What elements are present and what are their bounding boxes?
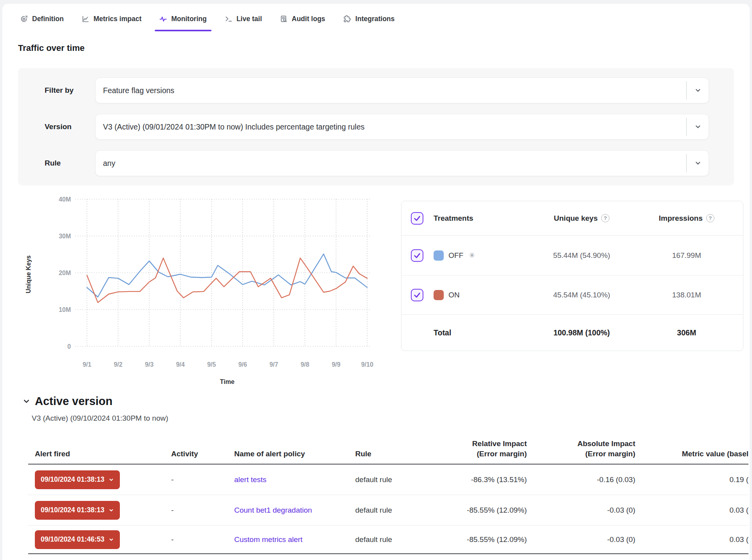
- filter-row-version: Version V3 (Active) (09/01/2024 01:30PM …: [45, 114, 709, 140]
- col-activity: Activity: [171, 449, 234, 459]
- unique-keys-help-icon[interactable]: ?: [601, 214, 609, 222]
- filter-panel: Filter by Feature flag versions Version …: [18, 68, 734, 185]
- rule-select[interactable]: any: [95, 150, 709, 176]
- chevron-down-icon: [108, 508, 114, 513]
- svg-text:9/7: 9/7: [269, 361, 278, 368]
- line-chart-icon: [82, 15, 89, 23]
- svg-text:9/2: 9/2: [114, 361, 122, 368]
- alerts-table: Alert fired Activity Name of alert polic…: [28, 429, 748, 554]
- alert-fired-button[interactable]: 09/10/2024 01:38:13: [35, 470, 120, 489]
- active-version-title: Active version: [35, 395, 112, 408]
- on-unique-keys: 45.54M (45.10%): [524, 291, 640, 299]
- absolute-impact-value: -0.16 (0.03): [527, 475, 635, 484]
- svg-text:10M: 10M: [59, 306, 71, 313]
- tab-live-tail[interactable]: Live tail: [225, 4, 262, 34]
- puzzle-icon: [343, 15, 351, 23]
- alert-row: 09/10/2024 01:46:53 - Custom metrics ale…: [28, 526, 748, 554]
- active-version-heading: Active version: [23, 395, 750, 408]
- rule-value: default rule: [355, 535, 421, 544]
- select-divider: [686, 81, 687, 99]
- alert-policy-link[interactable]: Custom metrics alert: [234, 535, 302, 544]
- version-value: V3 (Active) (09/01/2024 01:30PM to now) …: [96, 114, 709, 139]
- total-impressions: 306M: [640, 328, 734, 337]
- chevron-down-icon: [694, 87, 701, 94]
- svg-text:Time: Time: [220, 378, 234, 385]
- pulse-icon: [159, 15, 167, 23]
- tab-monitoring[interactable]: Monitoring: [159, 4, 206, 34]
- collapse-chevron-icon[interactable]: [23, 398, 30, 405]
- activity-value: -: [171, 535, 234, 544]
- svg-text:9/4: 9/4: [176, 361, 184, 368]
- off-series-swatch: [434, 250, 444, 261]
- tab-label: Live tail: [237, 15, 262, 23]
- col-alert-fired: Alert fired: [28, 449, 171, 459]
- metric-value: 0.03 (: [635, 506, 748, 515]
- main-card: Definition Metrics impact Monitoring Liv…: [2, 4, 750, 560]
- on-series-swatch: [434, 290, 444, 300]
- total-label: Total: [434, 328, 524, 337]
- treatments-total-row: Total 100.98M (100%) 306M: [401, 314, 743, 351]
- impressions-header-label: Impressions: [659, 214, 703, 223]
- col-policy: Name of alert policy: [234, 449, 355, 459]
- treatments-header: Treatments: [434, 214, 524, 223]
- rule-value: any: [96, 151, 709, 176]
- absolute-impact-value: -0.03 (0): [527, 535, 635, 544]
- svg-text:9/8: 9/8: [300, 361, 309, 368]
- tab-audit-logs[interactable]: Audit logs: [280, 4, 325, 34]
- active-version-subtitle: V3 (Active) (09/10/2024 01:30PM to now): [32, 414, 750, 423]
- metric-value: 0.03 (: [635, 535, 748, 544]
- alert-fired-timestamp: 09/10/2024 01:46:53: [41, 535, 105, 544]
- filter-row-rule: Rule any: [45, 150, 709, 176]
- rule-value: default rule: [355, 475, 421, 484]
- metric-value: 0.19 (: [635, 475, 748, 484]
- chevron-down-icon: [694, 160, 701, 167]
- treatments-select-all-checkbox[interactable]: [411, 212, 423, 225]
- tab-label: Metrics impact: [94, 15, 142, 23]
- absolute-impact-value: -0.03 (0): [527, 506, 635, 515]
- alert-row: 09/10/2024 01:38:13 - Count bet1 degrada…: [28, 495, 748, 526]
- total-unique-keys: 100.98M (100%): [524, 328, 640, 337]
- svg-text:9/10: 9/10: [361, 361, 373, 368]
- col-relative-impact: Relative Impact (Error margin): [421, 439, 527, 459]
- treatment-row-off: OFF ✳ 55.44M (54.90%) 167.99M: [401, 236, 743, 275]
- off-checkbox[interactable]: [411, 249, 423, 262]
- svg-text:0: 0: [67, 343, 71, 350]
- alert-policy-link[interactable]: alert tests: [234, 475, 266, 484]
- on-impressions: 138.01M: [640, 291, 734, 299]
- unique-keys-header-label: Unique keys: [554, 214, 598, 223]
- svg-text:40M: 40M: [59, 196, 71, 203]
- rule-label: Rule: [45, 159, 95, 167]
- alert-fired-button[interactable]: 09/10/2024 01:38:13: [35, 501, 120, 520]
- on-checkbox[interactable]: [411, 289, 423, 301]
- checkmark-icon: [413, 251, 421, 260]
- default-treatment-icon: ✳: [469, 251, 475, 260]
- tab-definition[interactable]: Definition: [20, 4, 64, 34]
- alert-fired-button[interactable]: 09/10/2024 01:46:53: [35, 530, 120, 549]
- svg-text:9/5: 9/5: [207, 361, 216, 368]
- impressions-help-icon[interactable]: ?: [706, 214, 714, 222]
- treatments-header-row: Treatments Unique keys ? Impressions ?: [401, 201, 743, 236]
- alert-policy-link[interactable]: Count bet1 degradation: [234, 506, 312, 514]
- col-absolute-impact: Absolute Impact (Error margin): [527, 439, 635, 459]
- alert-fired-timestamp: 09/10/2024 01:38:13: [41, 475, 105, 484]
- terminal-icon: [225, 15, 232, 23]
- tab-integrations[interactable]: Integrations: [343, 4, 394, 34]
- filter-by-select[interactable]: Feature flag versions: [95, 77, 709, 103]
- filter-by-value: Feature flag versions: [96, 78, 709, 103]
- goal-icon: [20, 15, 28, 23]
- select-divider: [686, 154, 687, 172]
- alert-fired-timestamp: 09/10/2024 01:38:13: [41, 506, 105, 514]
- tab-metrics-impact[interactable]: Metrics impact: [82, 4, 142, 34]
- alerts-header-row: Alert fired Activity Name of alert polic…: [28, 429, 748, 465]
- svg-text:9/3: 9/3: [145, 361, 154, 368]
- treatment-name: ON: [448, 291, 460, 299]
- version-select[interactable]: V3 (Active) (09/01/2024 01:30PM to now) …: [95, 114, 709, 140]
- col-rule: Rule: [355, 449, 421, 459]
- version-label: Version: [45, 122, 95, 131]
- chevron-down-icon: [108, 537, 114, 542]
- impressions-header: Impressions ?: [640, 214, 734, 223]
- tab-label: Definition: [32, 15, 64, 23]
- chevron-down-icon: [108, 477, 114, 483]
- chevron-down-icon: [694, 123, 701, 130]
- page-title: Traffic over time: [18, 43, 750, 53]
